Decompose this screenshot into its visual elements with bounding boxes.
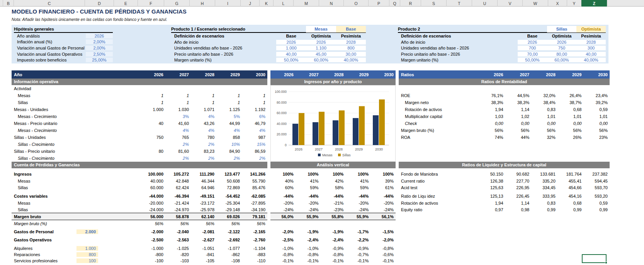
year-header-cell[interactable]: 2028 (191, 72, 216, 77)
cell[interactable]: -34.190 (242, 207, 267, 212)
cell[interactable]: 86,59 (242, 149, 267, 154)
cell[interactable]: 0,00 (583, 121, 610, 126)
cell[interactable]: 4% (242, 128, 267, 133)
cell[interactable]: -0,1% (296, 258, 321, 263)
cell[interactable]: 4% (216, 128, 242, 133)
scenario-input-cell[interactable]: 50,00% (518, 58, 547, 62)
row-label[interactable]: Reparaciones (12, 252, 76, 257)
cell[interactable]: -25.978 (191, 207, 216, 212)
cell[interactable]: 60% (270, 185, 296, 190)
cell[interactable]: 1 (216, 93, 242, 98)
scenario-input-cell[interactable]: 300 (576, 46, 606, 50)
page-title[interactable]: MODELO FINANCIERO - CUENTA DE PÉRDIDAS Y… (12, 8, 187, 15)
cell[interactable]: -24% (370, 207, 396, 212)
scenario-input-cell[interactable]: 60,00% (547, 58, 576, 62)
scenario-input-cell[interactable]: 70,00 (518, 52, 547, 56)
cell[interactable]: -2.000 (140, 229, 165, 234)
row-label[interactable]: Sillas - Crecimiento (12, 156, 76, 161)
cell[interactable]: 1 (216, 100, 242, 105)
section-header[interactable]: Cuenta de Pérdidas y Ganancias (12, 162, 267, 168)
cell[interactable]: 41% (296, 179, 321, 183)
cell[interactable]: 55,9% (345, 214, 370, 219)
cell[interactable]: 0,00 (505, 121, 532, 126)
cell[interactable]: -2.165 (242, 229, 267, 234)
selected-cell[interactable] (582, 254, 607, 263)
cell[interactable]: 111.290 (191, 172, 216, 176)
cell[interactable]: -0,8% (270, 252, 296, 257)
input-cell[interactable]: 800 (76, 252, 98, 257)
cell[interactable]: -883 (242, 252, 267, 257)
cell[interactable]: -0,9% (345, 246, 370, 251)
cell[interactable]: -29.148 (216, 207, 242, 212)
column-header-o[interactable]: O (344, 0, 369, 7)
cell[interactable]: 1,03 (479, 114, 505, 119)
cell[interactable]: 26,4% (557, 93, 584, 98)
cell[interactable]: 100% (345, 172, 370, 176)
producto1-title-text[interactable]: Producto 1 / Escenario seleccionado (171, 27, 245, 31)
cell[interactable]: 42% (321, 179, 346, 183)
cell[interactable]: -2,0% (370, 238, 396, 242)
cell[interactable]: -1,5% (370, 229, 396, 234)
cell[interactable]: 1 (242, 100, 267, 105)
column-header-p[interactable]: P (369, 0, 389, 7)
cell[interactable]: 1 (165, 100, 191, 105)
cell[interactable]: 32% (531, 135, 557, 140)
cell[interactable]: -23.172 (191, 201, 216, 205)
cell[interactable]: 56% (140, 221, 165, 226)
cell[interactable]: 0,00 (479, 121, 505, 126)
cell[interactable]: 6% (242, 114, 267, 119)
column-header-s[interactable]: S (421, 0, 447, 7)
cell[interactable]: 39,2% (583, 100, 610, 105)
column-header-i[interactable]: I (215, 0, 241, 7)
cell[interactable]: 44% (505, 135, 532, 140)
column-header-u[interactable]: U (472, 0, 498, 7)
producto1-scenario-selector[interactable]: Base (336, 26, 366, 32)
cell[interactable]: -24.000 (140, 207, 165, 212)
cell[interactable]: -1,9% (296, 229, 321, 234)
year-header-cell[interactable]: 2027 (165, 72, 191, 77)
cell[interactable]: 105.272 (165, 172, 191, 176)
cell[interactable]: 56% (505, 128, 532, 133)
cell[interactable]: 56% (191, 221, 216, 226)
cell[interactable]: -54.452 (216, 194, 242, 198)
cell[interactable]: 1,01 (583, 114, 610, 119)
scenario-input-cell[interactable]: 80,00 (547, 52, 576, 56)
producto1-product-selector[interactable]: Mesas (306, 26, 336, 32)
hipotesis-title[interactable]: Hipótesis generales (14, 26, 113, 33)
cell[interactable]: -0,1% (270, 258, 296, 263)
cell[interactable]: 0,83 (531, 201, 557, 205)
cell[interactable]: 46.344 (191, 179, 216, 183)
cell[interactable]: -0,8% (296, 252, 321, 257)
cell[interactable]: 237.382 (583, 172, 610, 176)
row-label[interactable]: Ingresos (12, 172, 76, 176)
cell[interactable]: -800 (140, 252, 165, 257)
column-header-k[interactable]: K (260, 0, 274, 7)
cell[interactable]: 56,1% (370, 214, 396, 219)
hypothesis-input-cell[interactable]: 25,00% (86, 58, 113, 62)
cell[interactable]: -2,5% (270, 238, 296, 242)
row-label[interactable]: Mesas (12, 201, 76, 205)
cell[interactable]: 1.192 (242, 107, 267, 112)
cell[interactable]: 2% (191, 142, 216, 147)
cell[interactable]: 1,14 (505, 201, 532, 205)
cell[interactable]: 62.140 (191, 214, 216, 219)
cell[interactable]: -2.500 (140, 238, 165, 242)
column-header-l[interactable]: L (274, 0, 294, 7)
cell[interactable]: -2.040 (165, 229, 191, 234)
column-header-b[interactable]: B (3, 0, 14, 7)
cell[interactable]: -24.970 (165, 207, 191, 212)
cell[interactable]: -2.563 (165, 238, 191, 242)
hypothesis-input-cell[interactable]: 2,00% (86, 46, 113, 50)
year-header-cell[interactable]: 2026 (140, 72, 165, 77)
cell[interactable]: 1.125 (216, 107, 242, 112)
cell[interactable]: 0,83 (531, 107, 557, 112)
cell[interactable]: -1,9% (321, 229, 346, 234)
cell[interactable]: 227,70 (505, 179, 532, 183)
cell[interactable]: -2.692 (216, 238, 242, 242)
cell[interactable]: 858 (216, 135, 242, 140)
row-label[interactable]: ROA (399, 135, 479, 140)
cell[interactable]: 100.000 (140, 172, 165, 176)
cell[interactable]: 38,4% (531, 100, 557, 105)
scenario-input-cell[interactable]: 1.000 (276, 46, 306, 50)
scenario-input-cell[interactable]: 45,00 (306, 52, 336, 56)
